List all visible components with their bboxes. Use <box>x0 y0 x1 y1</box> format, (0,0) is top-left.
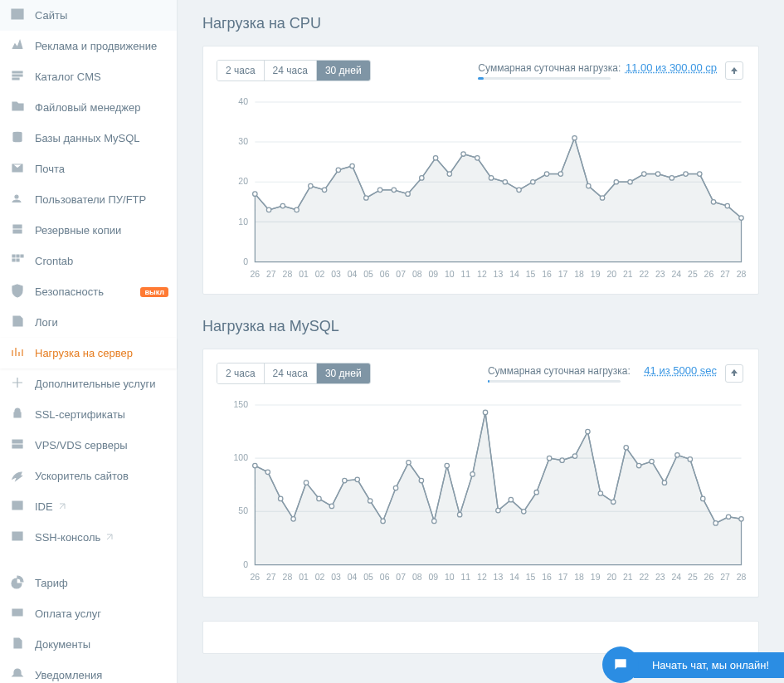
svg-point-45 <box>309 183 313 188</box>
filemgr-icon <box>10 99 35 116</box>
mysql-btn-24h[interactable]: 24 часа <box>265 363 317 383</box>
sidebar-item-mysql[interactable]: Базы данных MySQL <box>0 123 177 154</box>
svg-text:25: 25 <box>688 270 698 279</box>
svg-text:03: 03 <box>331 573 341 582</box>
svg-point-49 <box>364 196 368 200</box>
svg-text:12: 12 <box>477 573 487 582</box>
svg-point-131 <box>445 463 449 467</box>
svg-text:25: 25 <box>688 573 698 582</box>
ssl-icon <box>10 406 35 423</box>
arrow-up-icon <box>730 65 738 77</box>
sidebar-item-load[interactable]: Нагрузка на сервер <box>0 338 177 368</box>
svg-point-149 <box>675 452 679 456</box>
cpu-summary-value[interactable]: 11.00 из 300.00 cp <box>626 61 717 74</box>
chat-bubble-icon[interactable] <box>602 646 639 683</box>
sidebar-item-pay[interactable]: Оплата услуг <box>0 598 177 629</box>
arrow-up-icon <box>730 367 738 379</box>
svg-text:100: 100 <box>234 453 249 462</box>
svg-text:19: 19 <box>591 573 601 582</box>
svg-text:16: 16 <box>542 270 552 279</box>
svg-text:21: 21 <box>623 573 633 582</box>
sidebar-item-docs[interactable]: Документы <box>0 629 177 660</box>
cpu-time-range: 2 часа 24 часа 30 дней <box>217 60 371 81</box>
cpu-btn-2h[interactable]: 2 часа <box>217 61 265 80</box>
chat-bar[interactable]: Начать чат, мы онлайн! <box>634 652 784 678</box>
notify-icon <box>10 666 35 683</box>
sidebar-item-vps[interactable]: VPS/VDS серверы <box>0 430 177 461</box>
cpu-btn-30d[interactable]: 30 дней <box>317 61 370 80</box>
external-link-icon <box>100 531 114 544</box>
svg-point-68 <box>628 180 632 184</box>
svg-text:11: 11 <box>461 573 471 582</box>
mysql-time-range: 2 часа 24 часа 30 дней <box>217 363 371 384</box>
tariff-icon <box>10 574 35 592</box>
sidebar-item-mail[interactable]: Почта <box>0 154 177 184</box>
svg-point-74 <box>711 200 715 204</box>
sidebar-item-label: SSL-сертификаты <box>35 408 125 421</box>
svg-point-61 <box>531 180 535 184</box>
svg-text:04: 04 <box>348 573 358 582</box>
sidebar-item-ssh[interactable]: SSH-консоль <box>0 522 177 553</box>
svg-text:07: 07 <box>396 270 406 279</box>
mysql-btn-2h[interactable]: 2 часа <box>217 363 265 383</box>
mysql-btn-30d[interactable]: 30 дней <box>317 363 370 383</box>
svg-point-64 <box>572 136 577 140</box>
svg-point-76 <box>739 216 743 220</box>
sidebar-item-notify[interactable]: Уведомления <box>0 660 177 683</box>
svg-text:18: 18 <box>574 270 584 279</box>
cpu-section-title: Нагрузка на CPU <box>202 15 759 32</box>
svg-text:28: 28 <box>283 573 293 582</box>
sidebar-item-crontab[interactable]: Crontab <box>0 246 177 276</box>
svg-point-132 <box>457 512 461 516</box>
svg-text:28: 28 <box>737 573 747 582</box>
svg-text:12: 12 <box>477 270 487 279</box>
sidebar-item-tariff[interactable]: Тариф <box>0 568 177 598</box>
svg-point-121 <box>317 496 321 500</box>
svg-point-119 <box>291 516 295 520</box>
svg-text:14: 14 <box>509 270 519 279</box>
sidebar-item-sites[interactable]: Сайты <box>0 0 177 31</box>
sidebar-item-promo[interactable]: Реклама и продвижение <box>0 31 177 61</box>
svg-point-154 <box>739 516 743 520</box>
svg-text:14: 14 <box>509 573 519 582</box>
sidebar-item-logs[interactable]: Логи <box>0 307 177 338</box>
svg-point-48 <box>350 163 354 168</box>
svg-point-73 <box>698 172 702 176</box>
sidebar-item-filemgr[interactable]: Файловый менеджер <box>0 92 177 123</box>
sidebar-item-label: VPS/VDS серверы <box>35 439 128 451</box>
mysql-icon <box>10 129 35 147</box>
svg-text:13: 13 <box>494 573 504 582</box>
svg-text:09: 09 <box>428 573 438 582</box>
svg-point-63 <box>558 172 562 176</box>
svg-point-56 <box>461 152 465 156</box>
sidebar-item-extra[interactable]: Дополнительные услуги <box>0 368 177 399</box>
sidebar-item-label: Ускоритель сайтов <box>35 470 129 482</box>
mysql-sort-button[interactable] <box>725 364 743 383</box>
cpu-sort-button[interactable] <box>725 61 743 80</box>
svg-text:05: 05 <box>363 270 373 279</box>
svg-text:22: 22 <box>639 270 649 279</box>
svg-point-55 <box>447 172 451 176</box>
mysql-summary-value[interactable]: 41 из 5000 sec <box>644 364 717 377</box>
sidebar-item-security[interactable]: Безопасность выкл <box>0 276 177 307</box>
svg-point-53 <box>420 176 424 180</box>
svg-point-120 <box>304 481 308 485</box>
sidebar-item-ide[interactable]: IDE <box>0 491 177 522</box>
cpu-btn-24h[interactable]: 24 часа <box>265 61 317 80</box>
svg-point-52 <box>406 192 410 196</box>
sidebar-item-ssl[interactable]: SSL-сертификаты <box>0 399 177 430</box>
security-icon <box>10 283 35 300</box>
sidebar-item-users[interactable]: Пользователи ПУ/FTP <box>0 184 177 215</box>
sidebar-item-cms[interactable]: Каталог CMS <box>0 61 177 92</box>
chat-widget[interactable]: Начать чат, мы онлайн! <box>602 646 784 683</box>
svg-text:01: 01 <box>299 270 309 279</box>
svg-point-136 <box>509 497 513 501</box>
ssh-icon <box>10 529 35 546</box>
speedup-icon <box>10 467 35 485</box>
sidebar-item-speedup[interactable]: Ускоритель сайтов <box>0 461 177 491</box>
sidebar-item-label: Пользователи ПУ/FTP <box>35 193 146 206</box>
svg-point-46 <box>322 188 326 192</box>
cpu-panel: 2 часа 24 часа 30 дней Суммарная суточна… <box>202 46 759 295</box>
sidebar: Сайты Реклама и продвижение Каталог CMS … <box>0 0 178 683</box>
sidebar-item-backup[interactable]: Резервные копии <box>0 215 177 246</box>
